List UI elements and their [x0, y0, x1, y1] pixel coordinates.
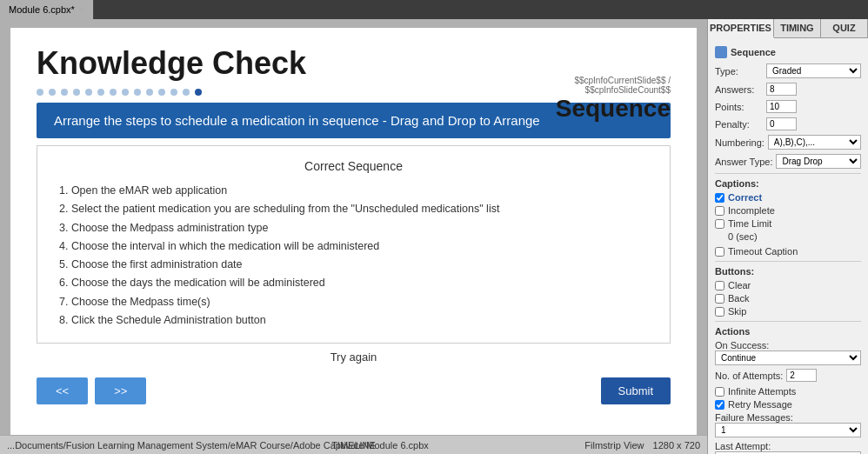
- timeout-caption-checkbox[interactable]: [715, 247, 724, 257]
- penalty-row: Penalty:: [715, 117, 861, 130]
- tab-label: Module 6.cpbx*: [9, 4, 75, 15]
- captions-title: Captions:: [715, 178, 861, 189]
- status-bar: ...Documents/Fusion Learning Management …: [0, 435, 707, 454]
- sequence-header-row: Sequence: [715, 43, 861, 61]
- buttons-title: Buttons:: [715, 266, 861, 277]
- timeout-caption-label: Timeout Caption: [728, 246, 798, 257]
- incorrect-checkbox[interactable]: [715, 206, 724, 216]
- numbering-row: Numbering: A),B),C),...: [715, 135, 861, 150]
- module-tab[interactable]: Module 6.cpbx* ×: [0, 0, 94, 19]
- infinite-attempts-row: Infinite Attempts: [715, 386, 861, 397]
- step-item-1: 2. Select the patient medication you are…: [59, 200, 652, 218]
- canvas-area: $$cpInfoCurrentSlide$$ / $$cpInfoSlideCo…: [0, 19, 707, 454]
- penalty-input[interactable]: [766, 117, 797, 130]
- step-item-0: 1. Open the eMAR web application: [59, 182, 652, 200]
- progress-dot-10: [158, 89, 165, 96]
- step-item-6: 7. Choose the Medpass time(s): [59, 293, 652, 311]
- type-row: Type: Graded: [715, 63, 861, 78]
- attempts-row: No. of Attempts:: [715, 369, 861, 382]
- answer-type-row: Answer Type: Drag Drop: [715, 154, 861, 169]
- last-attempt-label: Last Attempt:: [715, 441, 861, 451]
- nav-buttons: << >> Submit: [10, 371, 697, 411]
- progress-dot-3: [73, 89, 80, 96]
- slide-canvas: $$cpInfoCurrentSlide$$ / $$cpInfoSlideCo…: [10, 28, 697, 435]
- type-label: Type:: [715, 66, 763, 77]
- progress-dot-6: [110, 89, 117, 96]
- skip-checkbox-row: Skip: [715, 306, 861, 317]
- correct-checkbox-row: Correct: [715, 192, 861, 203]
- progress-dot-7: [122, 89, 129, 96]
- step-item-5: 6. Choose the days the medication will b…: [59, 274, 652, 292]
- timeout-caption-row: Timeout Caption: [715, 246, 861, 257]
- correct-checkbox[interactable]: [715, 193, 724, 203]
- type-select[interactable]: Graded: [766, 63, 861, 78]
- clear-label: Clear: [728, 280, 751, 290]
- incorrect-label: Incomplete: [728, 205, 775, 216]
- on-success-select[interactable]: Continue: [715, 351, 861, 365]
- back-checkbox-row: Back: [715, 293, 861, 304]
- step-item-4: 5. Choose the first administration date: [59, 256, 652, 274]
- infinite-attempts-checkbox[interactable]: [715, 387, 724, 397]
- sequence-title: Correct Sequence: [55, 159, 652, 173]
- points-input[interactable]: [766, 100, 797, 113]
- time-limit-label: Time Limit: [728, 218, 771, 229]
- slide-meta1: $$cpInfoCurrentSlide$$ /: [556, 76, 671, 85]
- sequence-icon: [715, 46, 727, 58]
- sequence-box: Correct Sequence 1. Open the eMAR web ap…: [37, 145, 671, 344]
- actions-title: Actions: [715, 326, 861, 337]
- step-item-3: 4. Choose the interval in which the medi…: [59, 237, 652, 256]
- progress-dot-4: [85, 89, 92, 96]
- back-checkbox[interactable]: [715, 294, 724, 304]
- step-item-7: 8. Click the Schedule Administration but…: [59, 311, 652, 330]
- points-row: Points:: [715, 100, 861, 113]
- failure-messages-select[interactable]: 1: [715, 423, 861, 437]
- right-panel: PROPERTIES TIMING QUIZ Sequence Type: Gr…: [707, 19, 868, 454]
- sequence-steps: 1. Open the eMAR web application2. Selec…: [55, 182, 652, 330]
- retry-message-label: Retry Message: [728, 399, 792, 410]
- numbering-select[interactable]: A),B),C),...: [768, 135, 861, 150]
- next-button[interactable]: >>: [95, 377, 146, 404]
- time-limit-checkbox[interactable]: [715, 219, 724, 229]
- retry-message-checkbox[interactable]: [715, 400, 724, 410]
- slide-meta2: $$cpInfoSlideCount$$: [556, 85, 671, 95]
- answer-type-select[interactable]: Drag Drop: [776, 154, 861, 169]
- infinite-attempts-label: Infinite Attempts: [728, 386, 796, 397]
- properties-panel: Sequence Type: Graded Answers: Points:: [708, 38, 868, 454]
- failure-messages-label: Failure Messages:: [715, 412, 861, 423]
- on-success-label: On Success:: [715, 340, 861, 351]
- clear-checkbox-row: Clear: [715, 280, 861, 290]
- progress-dot-0: [37, 89, 43, 96]
- progress-dot-5: [97, 89, 104, 96]
- panel-tabs: PROPERTIES TIMING QUIZ: [708, 19, 868, 38]
- dimensions-label: 1280 x 720: [653, 440, 700, 451]
- progress-dot-13: [195, 89, 202, 96]
- attempts-input[interactable]: [786, 369, 817, 382]
- answer-type-label: Answer Type:: [715, 157, 772, 167]
- slide-subtitle-area: $$cpInfoCurrentSlide$$ / $$cpInfoSlideCo…: [556, 76, 671, 123]
- submit-button[interactable]: Submit: [601, 377, 671, 404]
- prev-button[interactable]: <<: [37, 377, 88, 404]
- tab-properties[interactable]: PROPERTIES: [708, 19, 774, 38]
- attempts-label: No. of Attempts:: [715, 371, 783, 381]
- answers-label: Answers:: [715, 84, 763, 95]
- answers-row: Answers:: [715, 83, 861, 96]
- clear-checkbox[interactable]: [715, 281, 724, 290]
- main-area: $$cpInfoCurrentSlide$$ / $$cpInfoSlideCo…: [0, 19, 868, 454]
- correct-label: Correct: [728, 192, 762, 203]
- tab-timing[interactable]: TIMING: [774, 19, 821, 37]
- skip-checkbox[interactable]: [715, 307, 724, 317]
- tab-bar: Module 6.cpbx* ×: [0, 0, 868, 19]
- tab-close-icon[interactable]: ×: [79, 5, 84, 15]
- try-again-area: Try again: [37, 351, 671, 364]
- numbering-label: Numbering:: [715, 137, 765, 148]
- timeline-label: TIMELINE: [331, 440, 376, 451]
- tab-quiz[interactable]: QUIZ: [821, 19, 868, 37]
- slide-subtitle: Sequence: [556, 95, 671, 123]
- answers-input[interactable]: [766, 83, 797, 96]
- progress-dot-8: [134, 89, 141, 96]
- sequence-header-label: Sequence: [731, 47, 776, 57]
- try-again-text: Try again: [331, 351, 377, 364]
- progress-dot-2: [61, 89, 68, 96]
- retry-message-row: Retry Message: [715, 399, 861, 410]
- progress-dot-9: [146, 89, 153, 96]
